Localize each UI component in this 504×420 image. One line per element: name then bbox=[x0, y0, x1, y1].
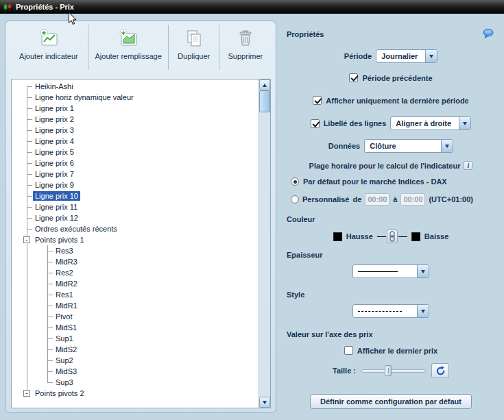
tree-item[interactable]: Ligne prix 10 bbox=[12, 190, 259, 201]
tree-item[interactable]: -Points pivots 2 bbox=[12, 388, 259, 399]
delete-button[interactable]: Supprimer bbox=[219, 25, 272, 70]
reset-taille-button[interactable] bbox=[431, 363, 449, 378]
tree-item[interactable]: Ligne prix 5 bbox=[12, 147, 259, 158]
periode-dropdown[interactable]: Journalier bbox=[376, 49, 437, 63]
tree-item[interactable]: Res2 bbox=[12, 267, 259, 278]
tree-guide-tick bbox=[47, 328, 53, 328]
libelle-lignes-checkbox[interactable] bbox=[311, 119, 320, 128]
tree-item[interactable]: Ligne prix 11 bbox=[12, 201, 259, 212]
arrow-down-icon bbox=[263, 401, 267, 404]
periode-precedente-checkbox[interactable] bbox=[349, 73, 358, 82]
tree-item[interactable]: Ligne prix 9 bbox=[12, 180, 259, 190]
tree-item-label: Res3 bbox=[53, 246, 75, 256]
libelle-align-dropdown[interactable]: Aligner à droite bbox=[390, 116, 471, 130]
tree-guide-tick bbox=[47, 317, 53, 317]
tree-item[interactable]: Sup2 bbox=[12, 355, 259, 366]
tree-guide-tick bbox=[47, 382, 53, 383]
tree-item-label: Points pivots 2 bbox=[33, 388, 86, 398]
tree-item[interactable]: MidR1 bbox=[12, 300, 259, 311]
link-line bbox=[377, 236, 386, 237]
titlebar[interactable]: Propriétés - Prix bbox=[0, 0, 504, 14]
add-fill-icon bbox=[118, 28, 139, 49]
tree-guide-tick bbox=[47, 251, 53, 251]
time-from-field[interactable]: 00:00 bbox=[365, 193, 389, 206]
help-bubble-icon[interactable] bbox=[483, 29, 494, 40]
tree-item[interactable]: Ligne prix 2 bbox=[12, 114, 259, 125]
add-fill-button[interactable]: Ajouter remplissage bbox=[88, 25, 169, 70]
tree-item-label: Ligne prix 1 bbox=[33, 103, 76, 113]
hausse-color-swatch[interactable] bbox=[333, 232, 342, 241]
slider-thumb[interactable] bbox=[385, 365, 392, 376]
baisse-label: Baisse bbox=[424, 232, 448, 240]
plage-horaire-title: Plage horaire pour le calcul de l'indica… bbox=[309, 162, 461, 170]
afficher-dernier-prix-checkbox[interactable] bbox=[344, 346, 353, 355]
plage-default-label: Par défaut pour le marché Indices - DAX bbox=[303, 177, 447, 186]
tree-item-label: Heikin-Ashi bbox=[33, 82, 75, 91]
taille-slider[interactable] bbox=[361, 365, 426, 376]
tree-item-label: MidR3 bbox=[53, 257, 80, 267]
tree-item[interactable]: -Points pivots 1 bbox=[12, 234, 259, 245]
chevron-down-icon bbox=[417, 305, 429, 317]
trash-icon bbox=[237, 28, 254, 49]
donnees-label: Données bbox=[328, 142, 360, 150]
baisse-color-swatch[interactable] bbox=[411, 232, 420, 241]
tree-item[interactable]: Res3 bbox=[12, 245, 259, 256]
tree-item-label: Sup3 bbox=[53, 378, 75, 387]
tree-item[interactable]: Ordres exécutés récents bbox=[12, 223, 259, 234]
donnees-dropdown[interactable]: Clôture bbox=[364, 139, 453, 153]
tree-guide-tick bbox=[27, 119, 32, 120]
collapse-toggle[interactable]: - bbox=[23, 390, 30, 397]
tree-item[interactable]: MidR2 bbox=[12, 278, 259, 289]
tree-item[interactable]: MidS1 bbox=[12, 322, 259, 333]
toolbar-button-label: Supprimer bbox=[228, 52, 263, 60]
style-dropdown[interactable] bbox=[352, 304, 429, 318]
tree-guide-tick bbox=[27, 218, 32, 219]
epaisseur-dropdown[interactable] bbox=[352, 264, 429, 278]
tree-item[interactable]: MidR3 bbox=[12, 256, 259, 267]
tree-guide-tick bbox=[47, 273, 53, 273]
info-icon[interactable]: i bbox=[464, 161, 472, 170]
plage-custom-radio[interactable] bbox=[291, 195, 299, 203]
tree-item-label: Ligne prix 3 bbox=[33, 125, 76, 135]
tree-item[interactable]: Res1 bbox=[12, 289, 259, 300]
tree-item[interactable]: Ligne prix 7 bbox=[12, 169, 259, 180]
scroll-up-button[interactable] bbox=[259, 79, 270, 90]
tree-item[interactable]: Heikin-Ashi bbox=[12, 81, 259, 92]
tree-item[interactable]: Ligne horiz dynamique valeur bbox=[12, 92, 259, 103]
tree-guide-tick bbox=[47, 284, 53, 284]
chevron-down-icon bbox=[417, 265, 429, 277]
time-to-field[interactable]: 00:00 bbox=[400, 193, 425, 206]
tree-item[interactable]: Sup1 bbox=[12, 333, 259, 344]
tree-item[interactable]: Ligne prix 1 bbox=[12, 103, 259, 114]
duplicate-button[interactable]: Dupliquer bbox=[168, 25, 218, 70]
plage-default-radio[interactable] bbox=[291, 177, 299, 186]
libelle-lignes-label: Libellé des lignes bbox=[324, 119, 387, 127]
tree-item[interactable]: MidS2 bbox=[12, 344, 259, 355]
tree-item-label: MidS2 bbox=[53, 345, 79, 354]
epaisseur-label: Epaisseur bbox=[287, 251, 323, 259]
hausse-label: Hausse bbox=[346, 232, 373, 240]
valeur-axe-label: Valeur sur l'axe des prix bbox=[287, 330, 373, 338]
scroll-down-button[interactable] bbox=[259, 397, 270, 408]
tree-scrollbar[interactable] bbox=[259, 79, 270, 408]
collapse-toggle[interactable]: - bbox=[23, 236, 30, 243]
tree-item[interactable]: MidS3 bbox=[12, 366, 259, 377]
tree-item[interactable]: Ligne prix 6 bbox=[12, 158, 259, 169]
tree-item[interactable]: Ligne prix 4 bbox=[12, 136, 259, 147]
afficher-derniere-checkbox[interactable] bbox=[313, 96, 322, 105]
tree-item-label: Ligne prix 11 bbox=[33, 202, 80, 212]
tree-item[interactable]: Ligne prix 3 bbox=[12, 125, 259, 136]
add-indicator-button[interactable]: Ajouter indicateur bbox=[10, 25, 88, 70]
link-colors-button[interactable] bbox=[387, 230, 398, 243]
de-label: de bbox=[352, 195, 361, 203]
set-default-config-button[interactable]: Définir comme configuration par défaut bbox=[310, 394, 472, 409]
reset-arrow-icon bbox=[435, 366, 446, 376]
tree-item[interactable]: Pivot bbox=[12, 311, 259, 322]
scrollbar-thumb[interactable] bbox=[259, 90, 270, 112]
line-thickness-preview bbox=[358, 271, 398, 272]
tree-guide-tick bbox=[47, 360, 53, 361]
tree-item[interactable]: Ligne prix 12 bbox=[12, 212, 259, 223]
tree-guide-tick bbox=[27, 196, 32, 197]
tree-guide-tick bbox=[27, 97, 32, 98]
tree-item[interactable]: Sup3 bbox=[12, 377, 259, 388]
